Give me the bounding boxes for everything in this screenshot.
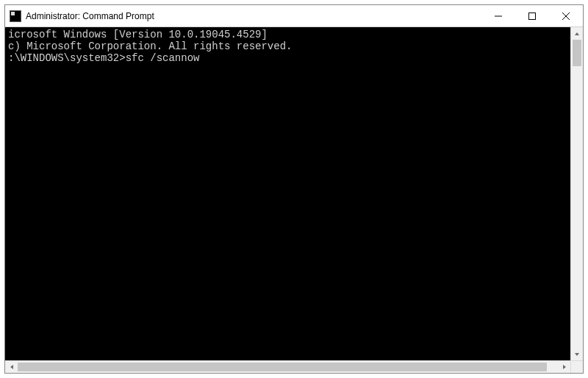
terminal-line: icrosoft Windows [Version 10.0.19045.452… (8, 29, 570, 40)
svg-marker-4 (575, 32, 579, 35)
terminal-prompt-line: :\WINDOWS\system32>sfc /scannow (8, 52, 570, 64)
vertical-scroll-thumb[interactable] (573, 40, 581, 66)
window-title: Administrator: Command Prompt (26, 11, 154, 21)
scrollbar-corner (570, 361, 583, 373)
chevron-down-icon (574, 352, 580, 357)
chevron-up-icon (574, 31, 580, 37)
close-icon (562, 13, 570, 20)
titlebar[interactable]: Administrator: Command Prompt (5, 5, 583, 27)
svg-marker-7 (563, 365, 566, 369)
maximize-icon (528, 13, 536, 20)
terminal-wrap: icrosoft Windows [Version 10.0.19045.452… (5, 27, 583, 360)
terminal-line: c) Microsoft Corporation. All rights res… (8, 40, 570, 52)
svg-marker-5 (575, 353, 579, 356)
scroll-up-button[interactable] (571, 27, 583, 40)
vertical-scrollbar[interactable] (570, 27, 583, 360)
svg-rect-1 (529, 13, 536, 19)
horizontal-scrollbar[interactable] (5, 360, 583, 373)
scroll-left-button[interactable] (5, 361, 18, 373)
minimize-button[interactable] (481, 5, 515, 26)
maximize-button[interactable] (515, 5, 549, 26)
chevron-right-icon (562, 364, 567, 370)
close-button[interactable] (549, 5, 583, 26)
cmd-icon (10, 10, 21, 22)
minimize-icon (495, 13, 502, 20)
chevron-left-icon (9, 364, 15, 370)
window-controls (481, 5, 583, 26)
horizontal-scroll-thumb[interactable] (18, 363, 547, 371)
command-prompt-window: Administrator: Command Prompt icrosoft W… (4, 4, 584, 374)
terminal-output[interactable]: icrosoft Windows [Version 10.0.19045.452… (5, 27, 570, 360)
horizontal-scroll-track[interactable] (18, 361, 558, 373)
scroll-right-button[interactable] (558, 361, 570, 373)
svg-marker-6 (10, 365, 13, 369)
scroll-down-button[interactable] (571, 348, 583, 360)
client-area: icrosoft Windows [Version 10.0.19045.452… (5, 27, 583, 373)
